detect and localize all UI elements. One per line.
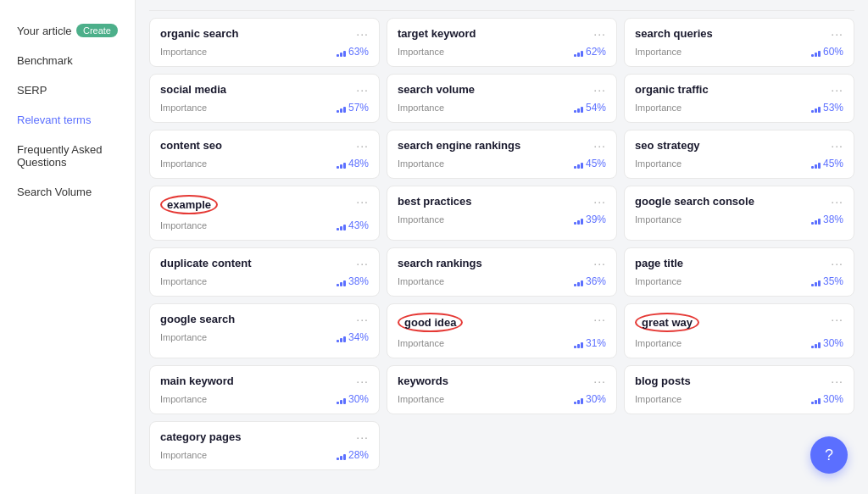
card-header: google search console ··· — [635, 195, 843, 208]
bar-chart-icon — [811, 103, 821, 113]
sidebar-item-relevant-terms[interactable]: Relevant terms — [14, 107, 121, 133]
sidebar-item-frequently-asked-questions[interactable]: Frequently Asked Questions — [14, 136, 121, 175]
card-label: Importance — [160, 332, 207, 342]
fab-button[interactable]: ? — [810, 436, 848, 474]
card-pct: 30% — [811, 337, 843, 349]
card-header: target keyword ··· — [398, 27, 606, 41]
bar-chart-icon — [337, 158, 346, 169]
card-menu-icon[interactable]: ··· — [831, 139, 843, 153]
card-footer: Importance 34% — [160, 331, 369, 343]
card-menu-icon[interactable]: ··· — [831, 27, 843, 41]
card-label: Importance — [635, 158, 682, 169]
card-label: Importance — [160, 103, 207, 113]
card-label: Importance — [635, 394, 682, 404]
card-category-pages: category pages ··· Importance 28% — [149, 421, 380, 470]
card-header: organic traffic ··· — [635, 83, 843, 97]
card-google-search: google search ··· Importance 34% — [149, 303, 380, 358]
card-search-engine-rankings: search engine rankings ··· Importance 45… — [387, 130, 617, 179]
create-badge[interactable]: Create — [76, 24, 118, 37]
card-pct: 38% — [811, 214, 843, 225]
card-menu-icon[interactable]: ··· — [593, 313, 606, 326]
card-menu-icon[interactable]: ··· — [356, 139, 369, 153]
card-menu-icon[interactable]: ··· — [593, 139, 606, 153]
card-header: good idea ··· — [398, 313, 606, 332]
sidebar-item-search-volume[interactable]: Search Volume — [14, 179, 121, 205]
card-title: search volume — [398, 83, 475, 96]
bar-chart-icon — [811, 47, 821, 57]
card-title: social media — [160, 83, 226, 96]
card-menu-icon[interactable]: ··· — [593, 257, 606, 270]
card-label: Importance — [635, 103, 682, 113]
card-menu-icon[interactable]: ··· — [356, 430, 369, 444]
sidebar-item-serp[interactable]: SERP — [14, 77, 121, 103]
bar-chart-icon — [574, 394, 583, 404]
sidebar-item-label: SERP — [17, 84, 47, 97]
card-menu-icon[interactable]: ··· — [593, 27, 606, 41]
card-menu-icon[interactable]: ··· — [356, 313, 369, 326]
card-pct: 62% — [574, 46, 606, 58]
card-pct: 53% — [811, 102, 843, 114]
card-menu-icon[interactable]: ··· — [593, 195, 606, 208]
card-title: best practices — [398, 195, 471, 208]
card-seo-strategy: seo strategy ··· Importance 45% — [624, 130, 854, 179]
card-label: Importance — [398, 47, 444, 57]
card-footer: Importance 54% — [398, 102, 606, 114]
sidebar-item-label: Your article — [17, 25, 72, 37]
card-footer: Importance 45% — [398, 158, 606, 169]
bar-chart-icon — [337, 220, 346, 230]
card-organic-traffic: organic traffic ··· Importance 53% — [624, 74, 854, 123]
bar-chart-icon — [574, 47, 583, 57]
bar-chart-icon — [811, 394, 821, 404]
bar-chart-icon — [811, 158, 821, 169]
card-menu-icon[interactable]: ··· — [831, 257, 843, 270]
card-header: google search ··· — [160, 313, 369, 326]
card-header: category pages ··· — [160, 430, 369, 444]
card-pct: 34% — [337, 331, 369, 343]
card-pct: 57% — [337, 102, 369, 114]
card-search-volume: search volume ··· Importance 54% — [387, 74, 617, 123]
card-menu-icon[interactable]: ··· — [831, 375, 843, 388]
sidebar-item-label: Frequently Asked Questions — [17, 143, 118, 169]
card-footer: Importance 38% — [635, 214, 843, 225]
card-label: Importance — [635, 214, 682, 225]
card-title: page title — [635, 257, 683, 269]
card-header: search queries ··· — [635, 27, 843, 41]
card-menu-icon[interactable]: ··· — [356, 195, 369, 208]
card-menu-icon[interactable]: ··· — [593, 83, 606, 97]
card-menu-icon[interactable]: ··· — [356, 257, 369, 270]
card-label: Importance — [160, 394, 207, 404]
sidebar-item-label: Search Volume — [17, 186, 92, 198]
card-menu-icon[interactable]: ··· — [356, 83, 369, 97]
sidebar-item-benchmark[interactable]: Benchmark — [14, 47, 121, 74]
card-menu-icon[interactable]: ··· — [831, 83, 843, 97]
circled-term: example — [160, 195, 218, 214]
card-footer: Importance 35% — [635, 275, 843, 287]
card-menu-icon[interactable]: ··· — [831, 195, 843, 208]
card-title: search queries — [635, 27, 713, 40]
bar-chart-icon — [337, 450, 346, 460]
bar-chart-icon — [811, 338, 821, 348]
card-good-idea: good idea ··· Importance 31% — [387, 303, 617, 358]
card-header: page title ··· — [635, 257, 843, 270]
card-pct: 30% — [574, 393, 606, 405]
card-footer: Importance 45% — [635, 158, 843, 169]
sidebar-item-label: Benchmark — [17, 54, 73, 67]
card-label: Importance — [160, 450, 207, 460]
bar-chart-icon — [337, 332, 346, 342]
card-footer: Importance 36% — [398, 275, 606, 287]
card-menu-icon[interactable]: ··· — [831, 313, 843, 326]
bar-chart-icon — [811, 276, 821, 286]
card-menu-icon[interactable]: ··· — [593, 375, 606, 388]
circled-term: great way — [635, 313, 699, 332]
bar-chart-icon — [574, 214, 583, 225]
card-organic-search: organic search ··· Importance 63% — [149, 18, 380, 67]
card-menu-icon[interactable]: ··· — [356, 27, 369, 41]
card-duplicate-content: duplicate content ··· Importance 38% — [149, 247, 380, 297]
card-pct: 48% — [337, 158, 369, 169]
card-title: search engine rankings — [398, 139, 520, 152]
card-title: blog posts — [635, 375, 691, 387]
card-title: seo strategy — [635, 139, 700, 152]
card-menu-icon[interactable]: ··· — [356, 375, 369, 388]
card-footer: Importance 30% — [160, 393, 369, 405]
sidebar-item-your-article[interactable]: Your articleCreate — [14, 17, 121, 44]
